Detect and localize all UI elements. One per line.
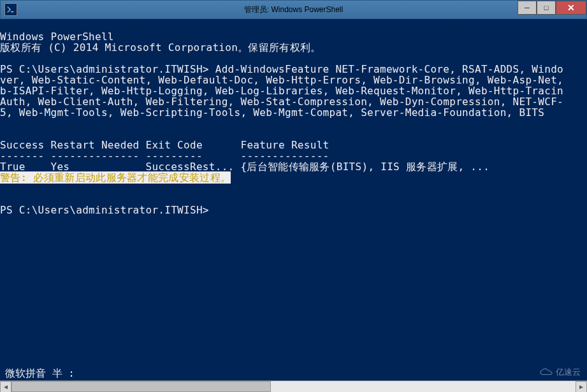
powershell-icon bbox=[4, 3, 17, 16]
window-title: 管理员: Windows PowerShell bbox=[244, 4, 343, 15]
scroll-thumb[interactable] bbox=[11, 381, 271, 392]
maximize-button[interactable]: □ bbox=[537, 1, 556, 15]
scroll-left-arrow[interactable]: ◀ bbox=[0, 381, 11, 392]
horizontal-scrollbar[interactable]: ◀ ▶ bbox=[0, 381, 587, 392]
window-controls: ─ □ ✕ bbox=[518, 1, 586, 15]
terminal-output[interactable]: Windows PowerShell 版权所有 (C) 2014 Microso… bbox=[0, 19, 587, 381]
watermark: 亿速云 bbox=[539, 367, 581, 378]
ime-status: 微软拼音 半 : bbox=[5, 367, 75, 381]
warning-message: 警告: 必须重新启动此服务器才能完成安装过程。 bbox=[0, 171, 231, 184]
scroll-track[interactable] bbox=[11, 381, 576, 392]
window-titlebar: 管理员: Windows PowerShell ─ □ ✕ bbox=[0, 0, 587, 19]
scroll-right-arrow[interactable]: ▶ bbox=[576, 381, 587, 392]
minimize-button[interactable]: ─ bbox=[518, 1, 537, 15]
cloud-icon bbox=[539, 368, 553, 377]
close-button[interactable]: ✕ bbox=[556, 1, 586, 15]
output-line: 版权所有 (C) 2014 Microsoft Corporation。保留所有… bbox=[0, 41, 321, 54]
prompt: PS C:\Users\administrator.ITWISH> bbox=[0, 204, 209, 216]
watermark-text: 亿速云 bbox=[556, 367, 581, 378]
command-line: 5, Web-Mgmt-Tools, Web-Scripting-Tools, … bbox=[0, 106, 544, 119]
